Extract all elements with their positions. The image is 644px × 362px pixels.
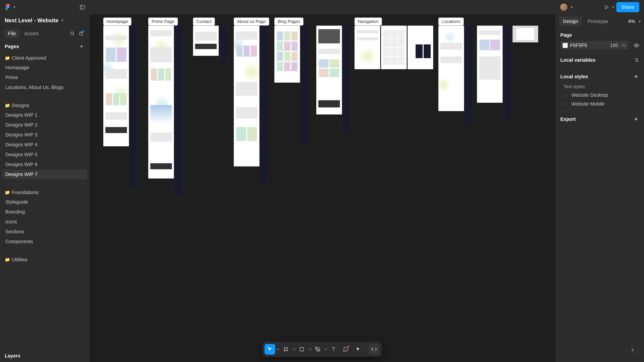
- avatar[interactable]: [560, 3, 568, 11]
- text-styles-label: Text styles: [564, 83, 639, 91]
- frame-locations-3[interactable]: [512, 26, 538, 42]
- file-assets-tabs: File Assets: [0, 27, 90, 40]
- page-item[interactable]: Locations, About Us, Blogs: [2, 83, 87, 92]
- folder-icon: 📁: [5, 55, 10, 61]
- frame-about-mobile[interactable]: [260, 26, 267, 183]
- page-item[interactable]: Prime: [2, 73, 87, 82]
- text-style-group[interactable]: › Website Mobile: [560, 99, 639, 108]
- frame-nav-mobile-2[interactable]: [424, 44, 431, 58]
- tab-design[interactable]: Design: [559, 16, 582, 26]
- page-item[interactable]: Homepage: [2, 63, 87, 72]
- add-page-icon[interactable]: +: [78, 43, 85, 50]
- tab-prototype[interactable]: Prototype: [584, 16, 612, 26]
- tab-assets[interactable]: Assets: [21, 29, 42, 38]
- frame-blog-post-mobile[interactable]: [343, 26, 350, 133]
- svg-point-7: [636, 44, 637, 46]
- frame-tool[interactable]: [280, 344, 291, 355]
- page-item[interactable]: Icons: [2, 217, 87, 227]
- svg-rect-16: [300, 348, 304, 351]
- folder-icon: 📁: [5, 257, 10, 262]
- chevron-down-icon[interactable]: ▾: [278, 347, 279, 352]
- layers-header[interactable]: Layers: [0, 350, 90, 362]
- frame-nav-1[interactable]: [354, 26, 380, 69]
- project-title[interactable]: Next Level - Website: [5, 17, 58, 24]
- actions-tool[interactable]: [352, 344, 363, 355]
- frame-locations-2[interactable]: [477, 26, 502, 103]
- frame-homepage-mobile[interactable]: [130, 26, 137, 187]
- add-export-icon[interactable]: +: [633, 116, 639, 122]
- chevron-down-icon[interactable]: ▾: [612, 5, 614, 9]
- chevron-down-icon[interactable]: ▾: [293, 347, 295, 352]
- frame-nav-mobile-1[interactable]: [416, 44, 422, 58]
- canvas[interactable]: HomepagePrime PageContactAbout us PageBl…: [90, 14, 556, 362]
- frame-locations-1[interactable]: [438, 26, 464, 111]
- frame-label[interactable]: Blog Pages: [274, 17, 304, 25]
- page-item[interactable]: Designs WIP 1: [2, 110, 87, 120]
- help-button[interactable]: ?: [628, 346, 637, 355]
- figma-logo-icon[interactable]: [5, 4, 10, 10]
- play-icon[interactable]: [604, 5, 609, 10]
- devmode-tool[interactable]: [369, 344, 380, 355]
- chevron-down-icon[interactable]: ▾: [571, 5, 572, 9]
- frame-label[interactable]: Homepage: [103, 17, 131, 25]
- app-header: ▾ ▾ ▾ Share: [0, 0, 644, 14]
- comment-tool[interactable]: [340, 344, 351, 355]
- frame-blog-list-desktop[interactable]: [274, 26, 300, 83]
- frame-label[interactable]: Contact: [193, 17, 215, 25]
- page-item[interactable]: Sections: [2, 227, 87, 237]
- page-item[interactable]: Designs WIP 4: [2, 140, 87, 149]
- chevron-down-icon[interactable]: ▾: [62, 18, 63, 23]
- chevron-down-icon[interactable]: ▾: [309, 347, 311, 352]
- frame-locations-1-mobile[interactable]: [465, 26, 472, 126]
- chevron-down-icon[interactable]: ▾: [325, 347, 327, 352]
- text-style-group[interactable]: › Website Desktop: [560, 91, 639, 99]
- share-button[interactable]: Share: [616, 2, 639, 12]
- move-tool[interactable]: [265, 344, 276, 355]
- frame-homepage-desktop[interactable]: [103, 26, 129, 146]
- page-item[interactable]: Designs WIP 2: [2, 120, 87, 130]
- chevron-right-icon: ›: [565, 93, 569, 97]
- page-section-header[interactable]: 📁Foundations: [2, 187, 87, 197]
- page-item[interactable]: Designs WIP 6: [2, 160, 87, 169]
- frame-contact-desktop[interactable]: [193, 26, 219, 56]
- frame-about-desktop[interactable]: [234, 26, 260, 166]
- page-item[interactable]: Branding: [2, 207, 87, 217]
- page-item[interactable]: Styleguide: [2, 197, 87, 207]
- page-item[interactable]: Designs WIP 7: [2, 170, 87, 179]
- add-style-icon[interactable]: +: [633, 73, 639, 80]
- page-section-header[interactable]: 📁Utilities: [2, 254, 87, 264]
- left-panel: Next Level - Website ▾ File Assets Pages…: [0, 14, 90, 362]
- component-insert-icon[interactable]: [78, 30, 85, 37]
- variables-settings-icon[interactable]: [634, 58, 639, 63]
- text-tool[interactable]: [328, 344, 339, 355]
- rectangle-tool[interactable]: [296, 344, 307, 355]
- page-item[interactable]: Designs WIP 5: [2, 150, 87, 159]
- page-item[interactable]: Designs WIP 3: [2, 130, 87, 140]
- page-list[interactable]: 📁Client ApprovedHomepagePrimeLocations, …: [0, 52, 90, 264]
- page-section-header[interactable]: 📁Designs: [2, 100, 87, 110]
- chevron-down-icon[interactable]: ▾: [639, 19, 641, 24]
- frame-prime-mobile[interactable]: [175, 26, 182, 195]
- frame-label[interactable]: About us Page: [234, 17, 269, 25]
- frame-nav-2[interactable]: [381, 26, 407, 69]
- zoom-level[interactable]: 4%: [628, 18, 635, 24]
- frame-label[interactable]: Navigation: [354, 17, 382, 25]
- page-section-header[interactable]: 📁Client Approved: [2, 52, 87, 62]
- section-divider: [5, 250, 85, 250]
- tab-file[interactable]: File: [5, 29, 19, 38]
- visibility-toggle-icon[interactable]: [634, 42, 639, 48]
- page-bg-color[interactable]: F5F5F5 100 %: [560, 41, 628, 50]
- frame-blog-post-desktop[interactable]: [316, 26, 342, 114]
- frame-prime-desktop[interactable]: [148, 26, 174, 178]
- frame-blog-list-mobile[interactable]: [301, 26, 308, 146]
- right-panel: Design Prototype 4% ▾ Page F5F5F5 100 % …: [556, 14, 644, 362]
- search-icon[interactable]: [69, 30, 76, 37]
- page-item[interactable]: Components: [2, 237, 87, 246]
- toggle-sidebar-icon[interactable]: [78, 3, 86, 11]
- chevron-down-icon[interactable]: ▾: [14, 5, 15, 9]
- frame-contact-mobile[interactable]: [220, 26, 226, 62]
- frame-label[interactable]: Locations: [438, 17, 464, 25]
- frame-label[interactable]: Prime Page: [148, 17, 178, 25]
- frame-locations-2-mobile[interactable]: [504, 26, 510, 119]
- pen-tool[interactable]: [312, 344, 323, 355]
